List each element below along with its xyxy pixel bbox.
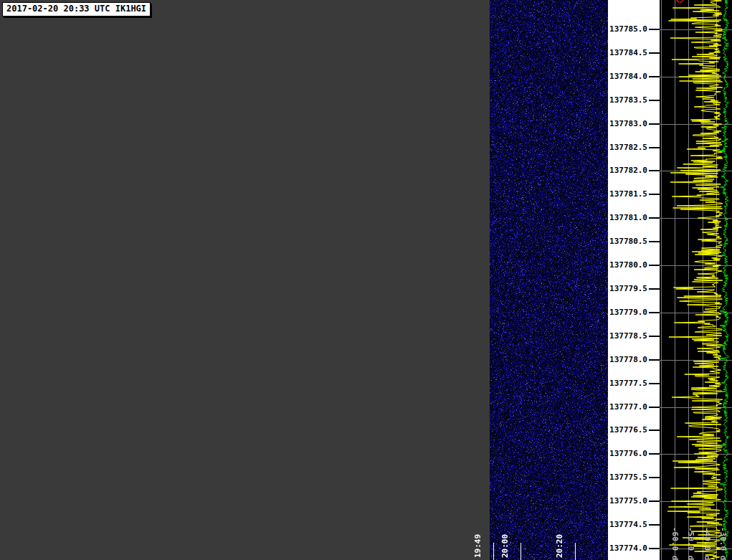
spectrum-canvas — [660, 0, 732, 560]
freq-tick — [649, 359, 660, 361]
freq-label: 137779.5 — [609, 284, 647, 294]
freq-tick — [649, 29, 660, 30]
freq-label: 137783.0 — [609, 119, 647, 129]
freq-tick — [649, 453, 660, 455]
freq-label: 137782.0 — [609, 166, 647, 176]
time-tick — [521, 543, 521, 560]
freq-label: 137782.5 — [609, 143, 647, 153]
freq-label: 137776.5 — [609, 425, 647, 435]
freq-label: 137774.0 — [609, 544, 647, 554]
freq-tick — [649, 524, 660, 526]
freq-label: 137779.0 — [609, 308, 647, 318]
freq-label: 137775.5 — [609, 473, 647, 483]
freq-label: 137780.5 — [609, 237, 647, 247]
freq-tick — [649, 194, 660, 195]
freq-label: 137784.0 — [609, 72, 647, 82]
time-tick — [493, 543, 494, 560]
freq-tick — [649, 548, 660, 549]
freq-label: 137776.0 — [609, 449, 647, 459]
freq-label: 137781.0 — [609, 213, 647, 223]
freq-tick — [649, 336, 660, 337]
freq-tick — [649, 288, 660, 290]
freq-label: 137783.5 — [609, 95, 647, 105]
freq-label: 137780.0 — [609, 260, 647, 270]
freq-tick — [649, 383, 660, 384]
db-label: -30.0 dB — [718, 527, 728, 560]
freq-label: 137775.0 — [609, 496, 647, 506]
freq-tick — [649, 241, 660, 242]
freq-tick — [649, 52, 660, 54]
time-label: 20:00 — [500, 534, 510, 558]
freq-tick — [649, 217, 660, 219]
spectrum-panel: -60.0 dB-50.0 dB-40.0 dB-30.0 dB — [660, 0, 732, 560]
db-label: -50.0 dB — [686, 527, 695, 560]
timestamp-label: 2017-02-20 20:33 UTC IK1HGI — [2, 2, 151, 16]
freq-label: 137784.5 — [609, 48, 647, 58]
freq-label: 137778.5 — [609, 331, 647, 341]
freq-tick — [649, 312, 660, 313]
freq-tick — [649, 430, 660, 431]
freq-tick — [649, 500, 660, 502]
freq-tick — [649, 100, 660, 101]
freq-label: 137785.0 — [609, 24, 647, 34]
freq-tick — [649, 407, 660, 408]
freq-tick — [649, 477, 660, 478]
freq-label: 137781.5 — [609, 189, 647, 199]
db-label: -40.0 dB — [703, 527, 712, 560]
freq-tick — [649, 76, 660, 77]
freq-label: 137777.0 — [609, 402, 647, 412]
freq-label: 137777.5 — [609, 379, 647, 389]
frequency-scale: 137785.0137784.5137784.0137783.5137783.0… — [608, 0, 660, 560]
db-label: -60.0 dB — [670, 527, 680, 560]
grabber-screen: 2017-02-20 20:33 UTC IK1HGI 19:4920:0020… — [0, 0, 732, 560]
freq-tick — [649, 123, 660, 125]
waterfall-canvas — [490, 0, 608, 560]
freq-tick — [649, 147, 660, 148]
blank-gray-panel: 2017-02-20 20:33 UTC IK1HGI — [0, 0, 490, 560]
time-label: 19:49 — [473, 534, 483, 558]
freq-tick — [649, 170, 660, 171]
freq-label: 137774.5 — [609, 520, 647, 530]
freq-label: 137778.0 — [609, 355, 647, 365]
time-tick — [575, 543, 576, 560]
waterfall-panel: 19:4920:0020:20 — [490, 0, 608, 560]
time-label: 20:20 — [555, 534, 564, 558]
freq-tick — [649, 265, 660, 266]
